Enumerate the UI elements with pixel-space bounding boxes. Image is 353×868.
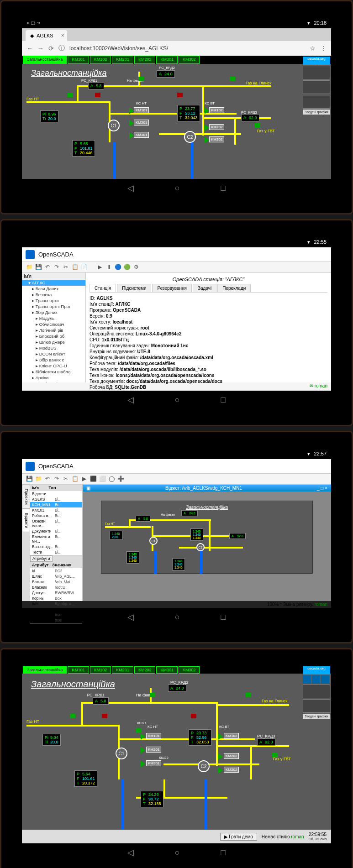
attr-row[interactable]: IdPC2: [30, 568, 82, 574]
compressor[interactable]: KM301: [146, 760, 161, 766]
browser-tab[interactable]: ◆ AGLKS ×: [26, 30, 67, 41]
thumbnail[interactable]: [303, 685, 330, 698]
mini-scada[interactable]: Загальностанційка Газ НТ На факел A5.8 A…: [101, 501, 313, 574]
oscada-logo[interactable]: oscada.org: [303, 666, 330, 675]
readout-c2[interactable]: P23.77 F53.12 T32.043: [177, 105, 200, 121]
back-icon[interactable]: ◁: [127, 612, 134, 622]
readout[interactable]: 1.340 1.340 1.340: [172, 558, 185, 570]
compressor[interactable]: KM101: [146, 733, 161, 739]
home-icon[interactable]: ○: [175, 183, 180, 193]
toolbar-icon[interactable]: ⬛: [90, 476, 97, 483]
toolbar-icon[interactable]: ↶: [44, 476, 51, 483]
separator-c2[interactable]: C2: [198, 760, 210, 772]
valve[interactable]: [150, 693, 155, 697]
tree-item[interactable]: ▸ Безпека: [22, 292, 85, 298]
attr-row[interactable]: Власникroot:UI: [30, 585, 82, 590]
readout-krd1[interactable]: A5.8: [88, 82, 104, 89]
toolbar-icon[interactable]: 💾: [26, 476, 33, 483]
toolbar-icon[interactable]: ▶: [96, 264, 103, 271]
attr-row[interactable]: Опис: [30, 607, 82, 612]
readout-bottom[interactable]: P24.26 F98.72 T32.188: [141, 791, 163, 807]
attr-row[interactable]: КоріньBox: [30, 596, 82, 601]
tree-item[interactable]: ▸ Спеціальні: [22, 381, 85, 382]
toolbar-icon[interactable]: ↷: [53, 476, 60, 483]
tree-item[interactable]: ▾ АГЛКС: [22, 280, 85, 286]
detail-tab[interactable]: Переклади: [217, 284, 251, 292]
readout-c1[interactable]: P5.65 F101.81 T20.446: [72, 140, 95, 157]
readout-krd3[interactable]: A92.0: [241, 114, 259, 121]
url-input[interactable]: localhost:10002/WebVision/ses_AGLKS/: [69, 45, 305, 52]
toolbar-icon[interactable]: ↶: [44, 264, 51, 271]
detail-tab[interactable]: Резервування: [152, 284, 191, 292]
thumbnail[interactable]: [303, 95, 330, 109]
attr-row[interactable]: Шлях/wlb_AGL...: [30, 574, 82, 579]
attr-row[interactable]: Ім'яВідобр. а...: [30, 601, 82, 607]
toolbar-icon[interactable]: ➕: [117, 476, 124, 483]
side-tab[interactable]: Проекти: [22, 485, 30, 509]
readout-inlet[interactable]: Pi9.04 Ti20.0: [42, 734, 61, 746]
canvas[interactable]: ▣ Віджет: /wlb_AGLKS/wdg_KCH_MN1 _ □ × З…: [83, 485, 331, 601]
toolbar-icon[interactable]: ⚙: [132, 264, 140, 271]
back-icon[interactable]: ◁: [127, 847, 134, 858]
compressor[interactable]: KM202: [209, 124, 224, 130]
nav-btn-back[interactable]: [303, 675, 311, 684]
readout[interactable]: A92.0: [229, 533, 246, 539]
scada-tab[interactable]: KM301: [156, 56, 178, 64]
valve[interactable]: [138, 77, 144, 81]
readout[interactable]: A5.8: [136, 516, 150, 522]
detail-tab[interactable]: Станція: [90, 284, 116, 292]
home-icon[interactable]: ○: [175, 395, 180, 405]
readout[interactable]: 1.340 20.0: [110, 531, 122, 540]
scada-tab[interactable]: KM101: [68, 666, 89, 674]
summary-graphs-button[interactable]: Зведені графіки: [303, 110, 330, 115]
close-icon[interactable]: ×: [61, 32, 64, 39]
compressor[interactable]: KM102: [224, 733, 239, 739]
info-icon[interactable]: ⓘ: [58, 44, 65, 52]
tree-item[interactable]: ▸ Збір Даних: [22, 309, 85, 315]
star-icon[interactable]: ☆: [310, 45, 316, 52]
tree-item[interactable]: ▸ Шлюз джере: [22, 339, 85, 345]
valve-closed[interactable]: [177, 93, 183, 97]
tree-item[interactable]: ▸ Транспортні Прот: [22, 303, 85, 309]
toolbar-icon[interactable]: ↷: [53, 264, 60, 271]
readout[interactable]: 1.340 1.340 1.340: [190, 528, 203, 541]
toolbar-icon[interactable]: ◯: [108, 476, 115, 483]
tree-item[interactable]: ▸ Модуль:: [22, 315, 85, 321]
tree-item[interactable]: ▸ DCON клієнт: [22, 351, 85, 357]
detail-tab[interactable]: Підсистеми: [117, 284, 151, 292]
widget-row[interactable]: KCH_MN1Ві...: [30, 502, 82, 507]
recent-icon[interactable]: □: [221, 395, 226, 405]
attr-row[interactable]: Включе...true: [30, 612, 82, 617]
widget-row[interactable]: KM101Ві...: [30, 507, 82, 513]
oscada-logo[interactable]: oscada.org: [303, 57, 330, 65]
readout-krd1[interactable]: A5.8: [93, 697, 109, 705]
scada-tab[interactable]: Загальностанційка: [23, 56, 67, 64]
valve-closed[interactable]: [102, 714, 107, 718]
readout-krd2[interactable]: A24.0: [168, 685, 186, 692]
back-icon[interactable]: ◁: [127, 183, 134, 193]
detail-tab[interactable]: Задачі: [193, 284, 216, 292]
home-icon[interactable]: ○: [175, 612, 180, 622]
attr-row[interactable]: Батько/wlb_Mai...: [30, 579, 82, 585]
readout[interactable]: 1.340 1.340 1.340: [126, 551, 139, 564]
toolbar-icon[interactable]: ✂: [62, 264, 69, 271]
scada-tab[interactable]: KM102: [90, 56, 111, 64]
widget-row[interactable]: Базові від...Бі...: [30, 544, 82, 549]
scada-tab[interactable]: KM102: [90, 666, 111, 674]
toolbar-icon[interactable]: 📋: [71, 264, 79, 271]
compressor[interactable]: KM302: [209, 136, 224, 142]
tree-item[interactable]: ▸ Обчислювач: [22, 321, 85, 327]
compressor[interactable]: KM101: [134, 107, 149, 113]
scada-tab[interactable]: Загальностанційка: [23, 666, 67, 674]
widget-row[interactable]: ТестиБі...: [30, 549, 82, 555]
compressor[interactable]: KM301: [134, 132, 149, 138]
scada-tab[interactable]: KM302: [179, 56, 200, 64]
widget-row[interactable]: Основні елем...Бі...: [30, 518, 82, 528]
valve-closed[interactable]: [191, 714, 196, 718]
tree-item[interactable]: ▸ Клієнт OPC-U: [22, 363, 85, 369]
scada-tab[interactable]: KM302: [179, 666, 200, 674]
scada-tab[interactable]: KM202: [134, 666, 156, 674]
widget-row[interactable]: Елементи мн...Бі...: [30, 534, 82, 544]
valve[interactable]: [68, 93, 73, 97]
valve[interactable]: [246, 693, 251, 697]
